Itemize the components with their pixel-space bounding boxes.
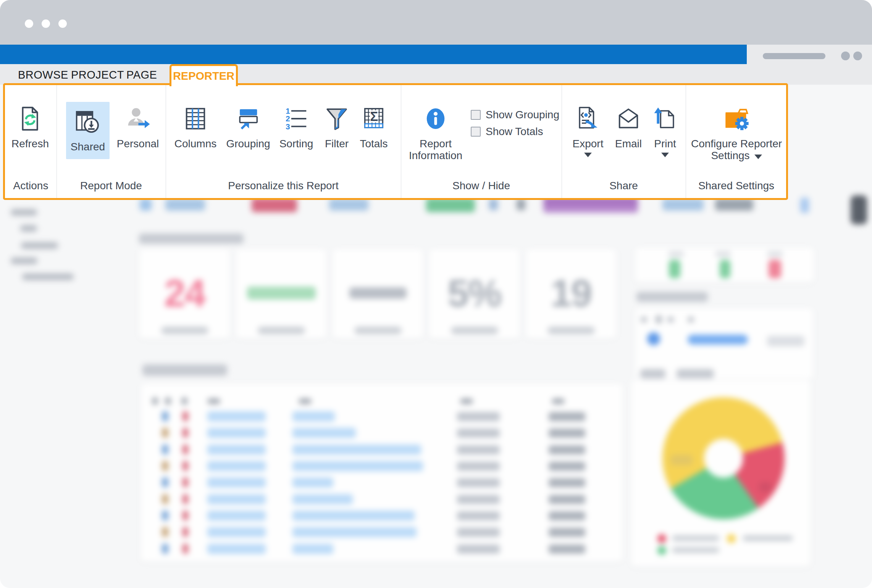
column-header-placeholder	[181, 397, 187, 405]
link-placeholder[interactable]	[292, 544, 333, 554]
link-placeholder[interactable]	[292, 511, 415, 521]
ribbon-group-shared-settings: Configure Reporter Settings Shared Setti…	[686, 85, 787, 198]
table-row	[140, 445, 622, 455]
personal-report-icon	[124, 100, 152, 137]
link-placeholder[interactable]	[207, 494, 266, 504]
dropdown-arrow-icon	[584, 153, 592, 157]
grouping-button[interactable]: Grouping	[221, 100, 275, 150]
dropdown-arrow-icon	[661, 153, 669, 157]
tab-page[interactable]: PAGE	[126, 64, 157, 85]
ribbon-group-actions: Refresh Actions	[5, 85, 57, 198]
link-placeholder[interactable]	[292, 477, 333, 488]
sidebar-item-placeholder[interactable]	[22, 274, 74, 280]
group-label-shared-settings: Shared Settings	[686, 180, 787, 192]
metric-value: 5%	[429, 271, 520, 315]
reporter-ribbon: Refresh Actions	[3, 83, 788, 200]
refresh-button[interactable]: Refresh	[5, 100, 55, 150]
legend-swatch-red	[657, 534, 666, 543]
ribbon-group-report-mode: Shared Personal Report Mode	[57, 85, 166, 198]
link-placeholder[interactable]	[292, 494, 353, 504]
window-control-dot[interactable]	[58, 19, 67, 28]
metric-value-placeholder	[349, 287, 407, 299]
link-placeholder[interactable]	[207, 428, 266, 438]
metric-label-placeholder	[547, 327, 595, 334]
legend-swatch-green	[657, 546, 666, 555]
link-placeholder[interactable]	[207, 411, 266, 422]
table-row	[140, 428, 622, 438]
window-control-dot[interactable]	[42, 19, 50, 28]
email-button[interactable]: Email	[607, 100, 649, 150]
toolbar-chip[interactable]	[800, 198, 809, 213]
sorting-icon: 1 2 3	[283, 100, 310, 137]
link-placeholder[interactable]	[207, 477, 266, 488]
window-control-dot[interactable]	[25, 19, 33, 28]
show-grouping-checkbox[interactable]: Show Grouping	[471, 109, 559, 121]
svg-text:3: 3	[286, 122, 290, 131]
toolbar-chip[interactable]	[165, 198, 205, 211]
link-placeholder[interactable]	[292, 411, 335, 422]
stat-label-placeholder	[668, 251, 684, 256]
link-placeholder[interactable]	[292, 461, 423, 471]
table-row	[140, 461, 622, 472]
metric-label-placeholder	[354, 327, 402, 334]
show-totals-checkbox[interactable]: Show Totals	[471, 126, 543, 138]
toolbar-chip[interactable]	[329, 198, 368, 211]
legend-swatch-yellow	[727, 534, 736, 543]
sidebar-item-placeholder[interactable]	[11, 258, 37, 264]
tab-reporter[interactable]: REPORTER	[170, 64, 238, 86]
link-placeholder[interactable]	[207, 527, 266, 537]
toolbar-chip[interactable]	[489, 198, 498, 210]
goal-progress-bar[interactable]	[688, 335, 748, 345]
tab-project[interactable]: PROJECT	[71, 64, 124, 85]
sidebar-item-placeholder[interactable]	[21, 242, 58, 249]
shared-button[interactable]: Shared	[66, 102, 110, 159]
ribbon-group-share: Export Email	[562, 85, 686, 198]
link-placeholder[interactable]	[207, 461, 266, 471]
totals-button[interactable]: Σ Totals	[349, 100, 399, 150]
stat-value-green	[720, 260, 730, 278]
legend-label-placeholder	[672, 547, 719, 553]
toolbar-chip[interactable]	[517, 198, 525, 210]
sidebar-item-placeholder[interactable]	[11, 209, 37, 216]
toolbar-chip[interactable]	[140, 198, 152, 211]
export-button[interactable]: Export	[565, 100, 611, 157]
metric-card: 24	[139, 249, 230, 338]
table-row	[140, 477, 622, 488]
section-heading-placeholder	[142, 364, 227, 376]
toolbar-chip[interactable]	[662, 198, 704, 211]
toolbar-chip[interactable]	[715, 198, 753, 211]
link-placeholder[interactable]	[207, 445, 266, 455]
checkbox-icon	[471, 110, 481, 120]
personal-button[interactable]: Personal	[113, 100, 163, 150]
columns-button[interactable]: Columns	[169, 100, 222, 150]
donut-label-placeholder	[759, 482, 772, 492]
goal-text-placeholder	[656, 315, 662, 324]
configure-reporter-settings-button[interactable]: Configure Reporter Settings	[688, 100, 785, 161]
ribbon-group-show-hide: Report Information Show Grouping Show To…	[401, 85, 562, 198]
group-label-show-hide: Show / Hide	[401, 180, 562, 192]
print-button[interactable]: Print	[646, 100, 684, 157]
goal-icon-placeholder[interactable]	[647, 332, 660, 345]
group-label-share: Share	[562, 180, 686, 192]
link-placeholder[interactable]	[292, 445, 421, 455]
column-header-placeholder	[552, 398, 565, 404]
metric-label-placeholder	[161, 327, 208, 334]
totals-icon: Σ	[360, 100, 387, 137]
link-placeholder[interactable]	[292, 428, 356, 438]
sidebar-item-placeholder[interactable]	[20, 225, 37, 232]
tab-browse[interactable]: BROWSE	[18, 64, 68, 85]
link-placeholder[interactable]	[292, 527, 417, 537]
app-window: 24 5% 19	[0, 0, 872, 588]
goal-text-placeholder	[688, 317, 694, 322]
metric-card	[236, 249, 327, 338]
report-information-button[interactable]: Report Information	[396, 100, 476, 161]
scrollbar-thumb[interactable]	[851, 195, 867, 224]
metric-card	[332, 249, 423, 338]
ribbon-group-personalize: Columns Grouping 1 2	[166, 85, 401, 198]
export-icon	[575, 100, 601, 137]
link-placeholder[interactable]	[207, 511, 266, 521]
svg-text:2: 2	[286, 114, 290, 123]
stat-label-placeholder	[715, 251, 731, 256]
link-placeholder[interactable]	[207, 544, 266, 554]
report-information-icon	[422, 100, 449, 137]
